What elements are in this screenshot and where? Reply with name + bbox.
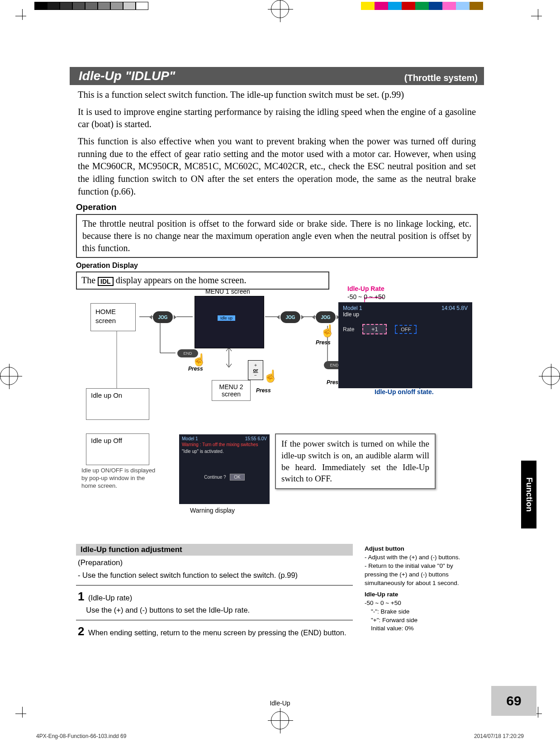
idle-up-screen: Model 1 14:04 5.8V Idle up Rate +1 OFF [338, 302, 472, 388]
adjust-line-2: - Return to the initial value "0" by pre… [365, 562, 478, 588]
rate-range: -50 ~ 0 ~ +50 [347, 293, 385, 300]
page-root: Idle-Up "IDLUP" (Throttle system) This i… [0, 0, 560, 752]
registration-mark-icon [271, 0, 289, 18]
adjustment-sidebar: Adjust button - Adjust with the (+) and … [365, 544, 478, 644]
rate-plus: "+": Forward side [365, 616, 478, 625]
jog-button-1[interactable]: JOG [153, 311, 173, 323]
operation-diagram: The IDL display appears on the home scre… [76, 271, 478, 538]
crop-mark-icon [15, 9, 29, 23]
adjustment-title: Idle-Up function adjustment [76, 544, 353, 556]
crop-mark-icon [15, 707, 29, 720]
step-1-number: 1 [78, 590, 84, 603]
jog-button-3[interactable]: JOG [316, 311, 336, 323]
step-1: 1 (Idle-Up rate) Use the (+) and (-) but… [78, 588, 351, 615]
pointer-icon: ☝ [320, 324, 335, 338]
warn-time: 15:55 6.0V [245, 436, 267, 441]
registration-mark-icon [542, 367, 560, 385]
warn-ok-button[interactable]: OK [230, 474, 244, 481]
idl-note-pre: The [81, 275, 95, 285]
registration-mark-icon [0, 367, 18, 385]
operation-note-box: The throttle neutral position is offset … [76, 214, 478, 258]
or-label: or [253, 367, 258, 373]
power-on-warning-box: If the power switch is turned on while t… [275, 433, 436, 489]
intro-para-2: It is used to improve engine starting pe… [78, 106, 476, 131]
rate-label: Idle-Up Rate [347, 285, 384, 292]
page-title: Idle-Up "IDLUP" [77, 69, 175, 83]
adjustment-left: Idle-Up function adjustment (Preparation… [76, 544, 353, 644]
warn-continue: Continue ? [204, 475, 226, 480]
screen-model: Model 1 [343, 305, 362, 311]
step-2: 2 When ending setting, return to the men… [78, 623, 351, 639]
warning-caption: Warning display [190, 507, 235, 514]
idl-note-post: display appears on the home screen. [116, 275, 247, 285]
menu1-screenshot: Idle up [195, 296, 264, 348]
screen-time: 14:04 5.8V [441, 305, 468, 311]
pointer-icon: ☝ [263, 369, 278, 383]
step-2-body: When ending setting, return to the menu … [88, 628, 346, 637]
adjustment-section: Idle-Up function adjustment (Preparation… [76, 544, 478, 644]
press-label-2: Press [256, 387, 271, 394]
idle-off-box: Idle up Off [86, 433, 149, 465]
pointer-icon: ☝ [192, 353, 206, 367]
warn-body: "Idle up" is activated. [182, 449, 267, 454]
operation-display-heading: Operation Display [76, 262, 484, 270]
page-subtitle: (Throttle system) [404, 73, 478, 83]
warn-line: Warning : Turn off the mixing switches [182, 442, 267, 447]
registration-mark-icon [271, 711, 289, 729]
screen-name: Idle up [343, 311, 468, 318]
print-file-info: 4PX-Eng-08-Function-66-103.indd 69 [36, 733, 126, 739]
intro-para-1: This is a function select switch functio… [78, 89, 476, 101]
function-tab: Function [521, 461, 536, 528]
step-1-body: Use the (+) and (-) buttons to set the I… [86, 606, 250, 614]
press-label-1: Press [188, 366, 203, 372]
preparation-line: - Use the function select switch functio… [78, 570, 351, 581]
screen-off-button[interactable]: OFF [395, 325, 417, 334]
page-number: 69 [491, 686, 536, 716]
step-1-title: (Idle-Up rate) [88, 594, 132, 602]
jog-button-2[interactable]: JOG [280, 311, 300, 323]
footer-title: Idle-Up [270, 700, 290, 707]
rate-initial: Initial value: 0% [365, 624, 478, 633]
home-screen-box: HOME screen [90, 303, 136, 331]
idl-display-note: The IDL display appears on the home scre… [76, 271, 329, 289]
rate-minus: "-": Brake side [365, 608, 478, 616]
idle-on-box: Idle up On [86, 388, 149, 420]
rate-range-side: -50 ~ 0 ~ +50 [365, 599, 478, 608]
crop-mark-icon [531, 9, 545, 23]
content-area: Idle-Up "IDLUP" (Throttle system) This i… [70, 67, 484, 644]
menu2-box: MENU 2 screen [212, 380, 251, 401]
screen-rate-value[interactable]: +1 [362, 324, 387, 334]
idle-onoff-caption: Idle up ON/OFF is displayed by pop-up wi… [81, 467, 158, 490]
menu1-highlight: Idle up [218, 315, 235, 321]
title-bar: Idle-Up "IDLUP" (Throttle system) [70, 67, 484, 85]
adjust-button-heading: Adjust button [365, 545, 478, 553]
rate-heading: Idle-Up rate [365, 590, 478, 599]
warning-screen: Model 1 15:55 6.0V Warning : Turn off th… [179, 434, 270, 504]
onoff-state-label: Idle-Up on/off state. [375, 388, 434, 395]
print-timestamp: 2014/07/18 17:20:29 [474, 733, 524, 739]
minus-icon: − [254, 373, 257, 378]
warn-model: Model 1 [182, 436, 198, 441]
preparation-label: (Preparation) [78, 558, 351, 567]
step-2-number: 2 [78, 624, 84, 638]
adjust-line-1: - Adjust with the (+) and (-) buttons. [365, 553, 478, 562]
idl-badge-icon: IDL [98, 277, 114, 286]
intro-para-3: This function is also effective when you… [78, 135, 476, 198]
screen-rate-label: Rate [343, 326, 354, 333]
press-label-3: Press [316, 339, 331, 346]
plus-icon: ＋ [253, 362, 258, 367]
operation-heading: Operation [76, 202, 484, 212]
color-strip [361, 2, 483, 10]
plus-minus-buttons[interactable]: ＋ or − [248, 360, 263, 380]
